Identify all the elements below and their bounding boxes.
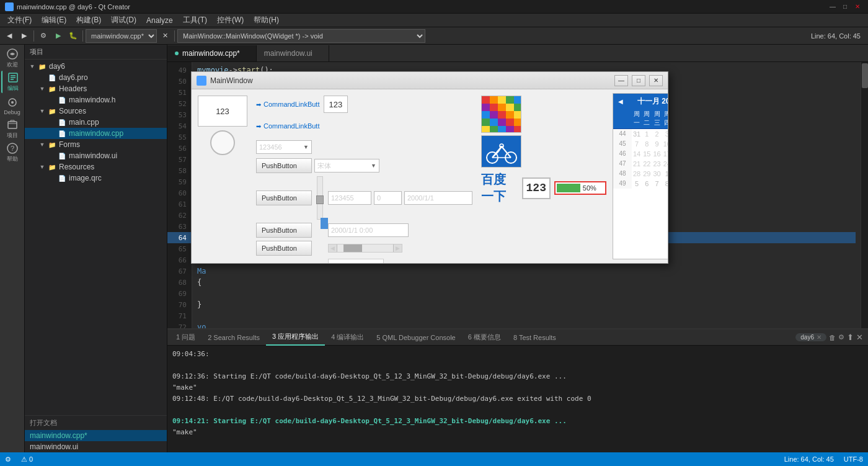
open-doc-mainwindow-ui[interactable]: mainwindow.ui (25, 441, 167, 452)
cal-day[interactable]: 5 (632, 179, 642, 189)
cal-day[interactable]: 3 (662, 129, 668, 139)
tree-item-day6[interactable]: ▼ 📁 day6 (25, 61, 167, 72)
cal-day[interactable]: 1 (642, 129, 652, 139)
cal-day[interactable]: 21 (632, 159, 642, 169)
sidebar-project[interactable]: 项目 (1, 118, 24, 140)
sidebar-welcome[interactable]: 欢迎 (1, 47, 24, 69)
qt-push-btn2[interactable]: PushButton (256, 190, 312, 205)
cal-day[interactable]: 28 (632, 169, 642, 179)
qt-close-btn[interactable]: ✕ (649, 75, 663, 86)
tag-close[interactable]: ✕ (817, 334, 822, 341)
cal-day[interactable]: 8 (642, 139, 652, 149)
cal-day[interactable]: 2 (652, 129, 662, 139)
editor-tab-mainwindow-cpp[interactable]: mainwindow.cpp* ✕ (167, 45, 257, 61)
bottom-expand-btn[interactable]: ⬆ (847, 333, 854, 342)
cal-day[interactable]: 15 (642, 149, 652, 159)
toolbar-back[interactable]: ◀ (2, 29, 16, 43)
cal-day[interactable]: 22 (642, 159, 652, 169)
cal-day[interactable]: 6 (642, 179, 652, 189)
tree-item-resources[interactable]: ▼ 📁 Resources (25, 161, 167, 173)
qt-slider-v[interactable] (317, 176, 323, 220)
menu-file[interactable]: 文件(F) (2, 14, 37, 27)
qt-push-btn3[interactable]: PushButton (256, 223, 312, 238)
sidebar-help[interactable]: ? 帮助 (1, 141, 24, 164)
toolbar-forward[interactable]: ▶ (17, 29, 31, 43)
qt-minimize-btn[interactable]: — (614, 75, 628, 86)
cal-day[interactable]: 7 (632, 139, 642, 149)
toolbar-run[interactable]: ▶ (51, 29, 65, 43)
bottom-tab-overview[interactable]: 6 概要信息 (462, 329, 507, 346)
qt-combobox[interactable]: 123456 ▼ (256, 140, 312, 154)
qt-titlebar[interactable]: MainWindow — □ ✕ (192, 72, 668, 89)
minimize-button[interactable]: — (827, 1, 838, 12)
qt-dateedit[interactable]: 2000/1/1 (404, 191, 472, 205)
toolbar-close-file[interactable]: ✕ (158, 29, 172, 43)
qt-font-combo[interactable]: 宋体 ▼ (314, 159, 379, 173)
open-doc-mainwindow-cpp[interactable]: mainwindow.cpp* (25, 430, 167, 441)
editor-scrollbar-v[interactable] (861, 62, 868, 328)
menu-analyze[interactable]: Analyze (141, 14, 178, 27)
qt-spinbox2[interactable]: 0 (374, 191, 402, 205)
bottom-tab-compile[interactable]: 4 编译输出 (325, 329, 370, 346)
tree-item-headers[interactable]: ▼ 📁 Headers (25, 83, 167, 94)
cal-day[interactable]: 7 (652, 179, 662, 189)
cal-day[interactable]: 14 (632, 149, 642, 159)
tree-item-day6-pro[interactable]: 📄 day6.pro (25, 72, 167, 83)
cal-day[interactable]: 16 (652, 149, 662, 159)
cal-day[interactable]: 29 (642, 169, 652, 179)
status-build[interactable]: ⚙ (5, 455, 11, 464)
editor-tab-mainwindow-ui[interactable]: mainwindow.ui ✕ (257, 45, 329, 61)
bottom-tab-qml[interactable]: 5 QML Debugger Console (370, 329, 461, 346)
sidebar-debug[interactable]: Debug (1, 94, 24, 117)
status-problems[interactable]: ⚠ 0 (21, 455, 33, 464)
bottom-tab-output[interactable]: 3 应用程序输出 (266, 329, 325, 346)
cal-day[interactable]: 1 (662, 169, 668, 179)
bottom-close-btn[interactable]: ✕ (856, 333, 863, 342)
qt-scrollbar-h[interactable]: ◀ ▶ (328, 244, 402, 253)
bottom-tab-search[interactable]: 2 Search Results (202, 329, 266, 346)
maximize-button[interactable]: □ (839, 1, 851, 12)
qt-spinbox1[interactable]: 123455 (328, 191, 371, 205)
cal-day[interactable]: 31 (632, 129, 642, 139)
menu-help[interactable]: 帮助(H) (249, 14, 284, 27)
qt-text-input[interactable]: Press sh… (328, 259, 384, 263)
bottom-settings-btn[interactable]: ⚙ (838, 333, 844, 341)
qt-cmd-link-btn1[interactable]: ➡ CommandLinkButt (256, 96, 320, 113)
qt-push-btn1[interactable]: PushButton (256, 158, 312, 173)
menu-widgets[interactable]: 控件(W) (212, 14, 249, 27)
scrollbar-right-btn[interactable]: ▶ (393, 244, 402, 252)
tree-item-main-cpp[interactable]: 📄 main.cpp (25, 117, 167, 128)
bottom-clear-btn[interactable]: 🗑 (829, 334, 836, 341)
cal-day[interactable]: 17 (662, 149, 668, 159)
menu-debug[interactable]: 调试(D) (106, 14, 141, 27)
cal-prev-btn[interactable]: ◀ (616, 98, 626, 105)
cal-day[interactable]: 10 (662, 139, 668, 149)
sidebar-edit[interactable]: 编辑 (1, 71, 24, 93)
file-dropdown[interactable]: mainwindow.cpp* (86, 29, 157, 43)
menu-build[interactable]: 构建(B) (71, 14, 106, 27)
status-line-col[interactable]: Line: 64, Col: 45 (784, 455, 834, 463)
tree-item-sources[interactable]: ▼ 📁 Sources (25, 105, 167, 117)
tree-item-forms[interactable]: ▼ 📁 Forms (25, 139, 167, 150)
function-dropdown[interactable]: MainWindow::MainWindow(QWidget *) -> voi… (177, 29, 425, 43)
cal-day[interactable]: 30 (652, 169, 662, 179)
status-encoding[interactable]: UTF-8 (844, 455, 863, 463)
menu-edit[interactable]: 编辑(E) (37, 14, 71, 27)
close-button[interactable]: ✕ (852, 1, 863, 12)
qt-cmd-link-btn2[interactable]: ➡ CommandLinkButt (256, 117, 320, 135)
menu-tools[interactable]: 工具(T) (178, 14, 212, 27)
tree-item-mainwindow-h[interactable]: 📄 mainwindow.h (25, 94, 167, 105)
cal-day[interactable]: 24 (662, 159, 668, 169)
cal-day[interactable]: 8 (662, 179, 668, 189)
tree-item-mainwindow-ui[interactable]: 📄 mainwindow.ui (25, 150, 167, 161)
toolbar-debug-run[interactable]: 🐛 (66, 29, 80, 43)
qt-push-btn4[interactable]: PushButton (256, 241, 312, 256)
cal-day[interactable]: 23 (652, 159, 662, 169)
qt-datetimeedit[interactable]: 2000/1/1 0:00 (328, 223, 409, 237)
qt-baidu-text[interactable]: 百度一下 (481, 171, 518, 205)
bottom-tab-tests[interactable]: 8 Test Results (507, 329, 562, 346)
cal-day[interactable]: 9 (652, 139, 662, 149)
qt-maximize-btn[interactable]: □ (632, 75, 645, 86)
tree-item-image-qrc[interactable]: 📄 image.qrc (25, 173, 167, 184)
tree-item-mainwindow-cpp[interactable]: 📄 mainwindow.cpp (25, 128, 167, 139)
